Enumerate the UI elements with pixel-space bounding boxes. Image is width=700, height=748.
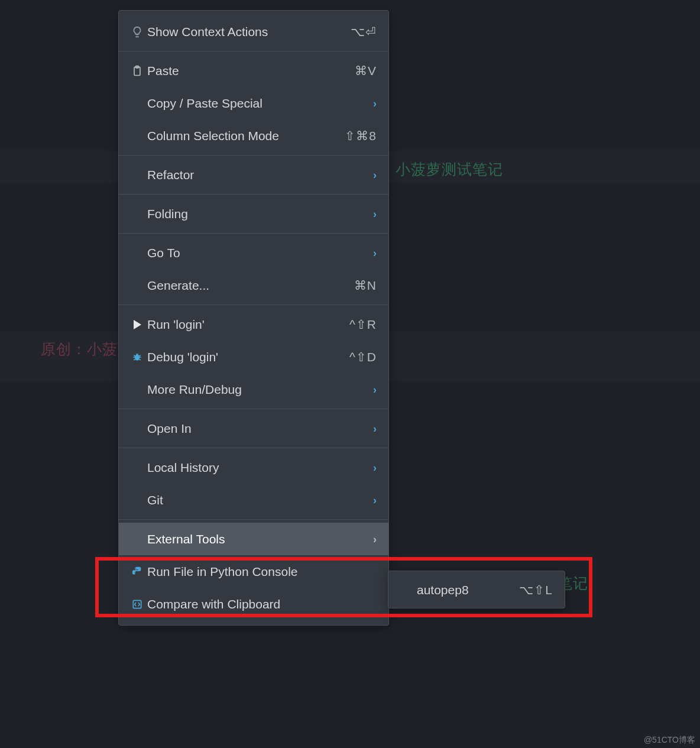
blog-watermark: @51CTO博客 <box>644 735 695 746</box>
separator <box>119 51 388 51</box>
menu-label: Run File in Python Console <box>146 565 377 578</box>
menu-label: Folding <box>146 208 373 220</box>
separator <box>119 194 388 195</box>
menu-local-history[interactable]: Local History › <box>119 451 388 484</box>
separator <box>119 519 388 520</box>
menu-go-to[interactable]: Go To › <box>119 237 388 269</box>
menu-label: Local History <box>146 461 373 474</box>
menu-label: Open In <box>146 422 373 435</box>
chevron-right-icon: › <box>373 248 377 258</box>
menu-label: Column Selection Mode <box>146 129 345 142</box>
menu-debug-login[interactable]: Debug 'login' ^⇧D <box>119 341 388 373</box>
menu-run-python-console[interactable]: Run File in Python Console <box>119 555 388 588</box>
menu-shortcut: ⇧⌘8 <box>345 129 377 142</box>
compare-icon <box>128 598 146 610</box>
menu-label: More Run/Debug <box>146 383 373 396</box>
menu-label: Git <box>146 494 373 506</box>
menu-label: Compare with Clipboard <box>146 598 377 610</box>
menu-open-in[interactable]: Open In › <box>119 412 388 445</box>
menu-label: External Tools <box>146 533 373 545</box>
chevron-right-icon: › <box>373 534 377 545</box>
menu-shortcut: ⌘V <box>355 64 377 77</box>
svg-line-9 <box>134 359 135 360</box>
chevron-right-icon: › <box>373 170 377 180</box>
chevron-right-icon: › <box>373 462 377 473</box>
menu-shortcut: ⌥⇧L <box>519 584 553 596</box>
menu-shortcut: ⌘N <box>354 279 377 292</box>
separator <box>119 409 388 409</box>
separator <box>119 305 388 305</box>
chevron-right-icon: › <box>373 384 377 395</box>
svg-point-11 <box>135 568 137 569</box>
svg-line-10 <box>139 359 141 360</box>
python-icon <box>128 565 146 578</box>
chevron-right-icon: › <box>373 423 377 434</box>
menu-refactor[interactable]: Refactor › <box>119 158 388 191</box>
menu-label: Refactor <box>146 169 373 181</box>
menu-show-context-actions[interactable]: Show Context Actions ⌥⏎ <box>119 15 388 48</box>
lightbulb-icon <box>128 25 146 38</box>
separator <box>119 233 388 234</box>
menu-column-selection-mode[interactable]: Column Selection Mode ⇧⌘8 <box>119 119 388 152</box>
separator <box>119 155 388 156</box>
chevron-right-icon: › <box>373 495 377 506</box>
context-menu: Show Context Actions ⌥⏎ Paste ⌘V Copy / … <box>118 10 389 626</box>
menu-paste[interactable]: Paste ⌘V <box>119 54 388 87</box>
menu-shortcut: ^⇧R <box>349 318 377 331</box>
chevron-right-icon: › <box>373 209 377 219</box>
menu-label: Paste <box>146 64 355 77</box>
menu-copy-paste-special[interactable]: Copy / Paste Special › <box>119 87 388 119</box>
play-icon <box>128 319 146 330</box>
menu-shortcut: ⌥⏎ <box>351 25 377 38</box>
menu-compare-clipboard[interactable]: Compare with Clipboard <box>119 588 388 620</box>
menu-label: Debug 'login' <box>146 351 349 363</box>
svg-line-7 <box>134 355 135 356</box>
svg-point-3 <box>135 354 140 360</box>
menu-generate[interactable]: Generate... ⌘N <box>119 269 388 302</box>
menu-label: Go To <box>146 247 373 259</box>
menu-external-tools[interactable]: External Tools › <box>119 523 388 555</box>
menu-run-login[interactable]: Run 'login' ^⇧R <box>119 308 388 341</box>
external-tools-submenu: autopep8 ⌥⇧L <box>388 571 565 608</box>
bug-icon <box>128 351 146 363</box>
menu-git[interactable]: Git › <box>119 484 388 516</box>
menu-label: Run 'login' <box>146 318 349 331</box>
separator <box>119 448 388 448</box>
svg-line-8 <box>139 355 141 356</box>
clipboard-icon <box>128 64 146 77</box>
menu-label: autopep8 <box>416 584 519 596</box>
menu-folding[interactable]: Folding › <box>119 197 388 230</box>
menu-label: Copy / Paste Special <box>146 97 373 109</box>
menu-more-run-debug[interactable]: More Run/Debug › <box>119 373 388 406</box>
menu-shortcut: ^⇧D <box>349 351 377 363</box>
menu-label: Show Context Actions <box>146 25 351 38</box>
menu-label: Generate... <box>146 279 354 292</box>
submenu-autopep8[interactable]: autopep8 ⌥⇧L <box>388 574 565 605</box>
chevron-right-icon: › <box>373 98 377 109</box>
svg-rect-4 <box>136 354 138 355</box>
svg-marker-2 <box>134 320 141 329</box>
